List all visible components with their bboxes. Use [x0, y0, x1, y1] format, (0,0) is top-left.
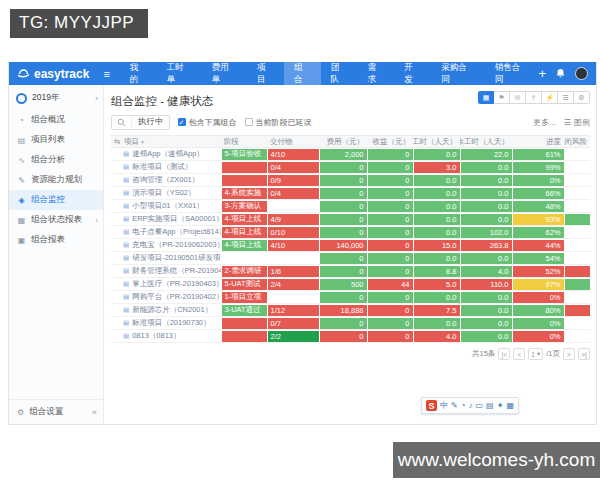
- status-cell[interactable]: 0%: [512, 330, 564, 343]
- status-cell[interactable]: 0: [367, 239, 413, 252]
- sidebar-item-3[interactable]: ∿组合分析: [9, 150, 103, 170]
- status-cell[interactable]: 0: [367, 174, 413, 187]
- status-cell[interactable]: 2,000: [319, 148, 367, 161]
- easytrack-logo[interactable]: easytrack: [17, 67, 89, 81]
- more-icon[interactable]: ▦: [506, 402, 514, 410]
- status-cell[interactable]: 0.0: [460, 174, 512, 187]
- project-name-cell[interactable]: ▤研发项目-20190501研发项目-2019050...: [121, 252, 221, 265]
- status-cell[interactable]: 0.0: [460, 213, 512, 226]
- portfolio-settings-label[interactable]: 组合设置: [29, 406, 63, 418]
- status-cell[interactable]: [564, 161, 590, 174]
- status-cell[interactable]: 4-项目上线: [221, 239, 267, 252]
- status-cell[interactable]: 0.0: [460, 161, 512, 174]
- status-cell[interactable]: [564, 226, 590, 239]
- status-cell[interactable]: 0.0: [460, 330, 512, 343]
- status-cell[interactable]: 0: [319, 317, 367, 330]
- status-cell[interactable]: 0.0: [460, 200, 512, 213]
- status-cell[interactable]: 1/6: [267, 265, 319, 278]
- status-cell[interactable]: 1-项目立项: [221, 291, 267, 304]
- status-cell[interactable]: 140,000: [319, 239, 367, 252]
- nav-item-5[interactable]: 组合: [284, 62, 321, 85]
- status-cell[interactable]: 18,888: [319, 304, 367, 317]
- status-cell[interactable]: 54%: [512, 252, 564, 265]
- keyboard-icon[interactable]: ▭: [476, 402, 484, 410]
- status-cell[interactable]: 0: [367, 291, 413, 304]
- status-cell[interactable]: 0.0: [413, 252, 460, 265]
- project-name-cell[interactable]: ▤电子点餐App（Project814）: [121, 226, 221, 239]
- status-cell[interactable]: 4-项目上线: [221, 226, 267, 239]
- status-cell[interactable]: [564, 330, 590, 343]
- status-cell[interactable]: 0/10: [267, 226, 319, 239]
- status-cell[interactable]: [267, 252, 319, 265]
- quick-view-button[interactable]: ⚡: [542, 91, 558, 104]
- status-cell[interactable]: 4/10: [267, 239, 319, 252]
- status-cell[interactable]: 2/2: [267, 330, 319, 343]
- status-cell[interactable]: [221, 317, 267, 330]
- status-cell[interactable]: [221, 174, 267, 187]
- status-cell[interactable]: 3.0: [413, 161, 460, 174]
- status-cell[interactable]: 0: [367, 187, 413, 200]
- nav-item-2[interactable]: 工时单: [157, 62, 202, 85]
- status-cell[interactable]: 0: [319, 252, 367, 265]
- status-cell[interactable]: 15.0: [413, 239, 460, 252]
- status-cell[interactable]: 0: [319, 330, 367, 343]
- nav-item-7[interactable]: 需求: [358, 62, 395, 85]
- row-expand-cell[interactable]: [111, 187, 121, 200]
- status-cell[interactable]: 0: [319, 213, 367, 226]
- nav-item-4[interactable]: 项目: [247, 62, 284, 85]
- status-cell[interactable]: [564, 174, 590, 187]
- nav-item-10[interactable]: 销售合同: [485, 62, 539, 85]
- status-cell[interactable]: 48%: [512, 200, 564, 213]
- status-cell[interactable]: 0/4: [267, 161, 319, 174]
- status-cell[interactable]: [221, 330, 267, 343]
- settings-view-button[interactable]: ⚙: [574, 91, 590, 104]
- tool-icon[interactable]: ✦: [497, 402, 504, 410]
- nav-item-6[interactable]: 团队: [321, 62, 358, 85]
- row-expand-cell[interactable]: [111, 148, 121, 161]
- row-expand-cell[interactable]: [111, 278, 121, 291]
- row-expand-cell[interactable]: [111, 226, 121, 239]
- status-cell[interactable]: 0.0: [413, 174, 460, 187]
- status-cell[interactable]: 500: [319, 278, 367, 291]
- bell-icon[interactable]: [555, 68, 566, 79]
- status-cell[interactable]: 0: [367, 161, 413, 174]
- status-cell[interactable]: 44%: [512, 239, 564, 252]
- status-cell[interactable]: 0: [319, 265, 367, 278]
- status-cell[interactable]: 4-系统实施: [221, 187, 267, 200]
- first-page-button[interactable]: |<: [498, 348, 510, 360]
- project-name-cell[interactable]: ▤网购平台（PR-20190402）: [121, 291, 221, 304]
- plus-icon[interactable]: +: [538, 67, 546, 80]
- project-name-cell[interactable]: ▤小型项目01（XX01）: [121, 200, 221, 213]
- status-cell[interactable]: 0.0: [413, 317, 460, 330]
- status-cell[interactable]: 0.0: [413, 200, 460, 213]
- stage-delayed-checkbox[interactable]: 当前阶段已延误: [245, 117, 312, 128]
- status-cell[interactable]: 0.0: [413, 148, 460, 161]
- sidebar-item-1[interactable]: ◔组合概况: [9, 110, 103, 130]
- next-page-button[interactable]: >: [563, 348, 575, 360]
- status-cell[interactable]: 0: [367, 265, 413, 278]
- status-cell[interactable]: [221, 161, 267, 174]
- nav-item-1[interactable]: 我的: [120, 62, 157, 85]
- nav-item-3[interactable]: 费用单: [202, 62, 247, 85]
- project-name-cell[interactable]: ▤咨询管理（ZX001）: [121, 174, 221, 187]
- status-cell[interactable]: 0: [319, 161, 367, 174]
- status-cell[interactable]: 62%: [512, 226, 564, 239]
- status-cell[interactable]: [564, 148, 590, 161]
- status-cell[interactable]: 0.0: [460, 252, 512, 265]
- project-name-cell[interactable]: ▤演示项目（YS02）: [121, 187, 221, 200]
- status-cell[interactable]: [564, 317, 590, 330]
- status-cell[interactable]: [564, 200, 590, 213]
- status-cell[interactable]: 0/4: [267, 187, 319, 200]
- project-name-cell[interactable]: ▤充电宝（PR-2019062003）: [121, 239, 221, 252]
- row-expand-cell[interactable]: [111, 317, 121, 330]
- row-expand-cell[interactable]: [111, 213, 121, 226]
- status-cell[interactable]: 80%: [512, 304, 564, 317]
- chevron-down-icon[interactable]: ▾: [141, 138, 144, 145]
- status-cell[interactable]: 0: [367, 252, 413, 265]
- status-cell[interactable]: 66%: [512, 187, 564, 200]
- last-page-button[interactable]: >|: [578, 348, 590, 360]
- status-cell[interactable]: 0.0: [460, 291, 512, 304]
- nav-item-9[interactable]: 采购合同: [431, 62, 485, 85]
- status-cell[interactable]: 0%: [512, 174, 564, 187]
- project-name-cell[interactable]: ▤新能源芯片（CN2001）: [121, 304, 221, 317]
